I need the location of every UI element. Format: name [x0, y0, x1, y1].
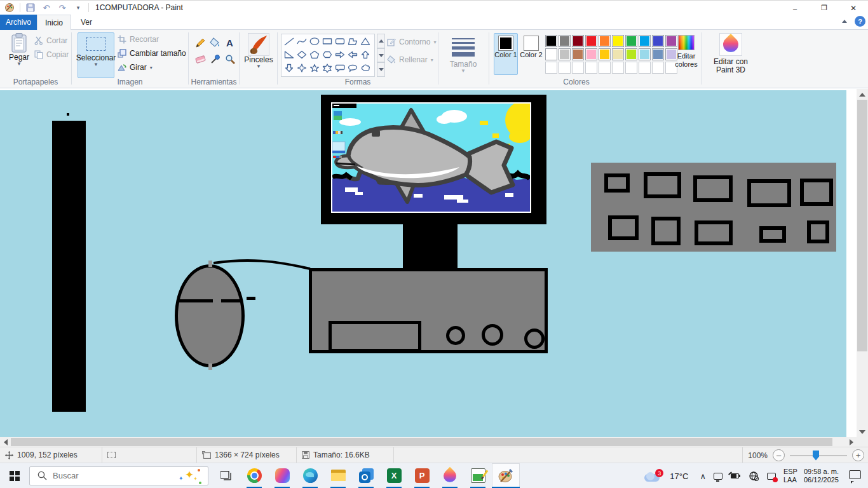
palette-empty-slot[interactable] — [572, 62, 584, 74]
zoom-in-button[interactable]: + — [852, 449, 864, 461]
shape-line[interactable] — [283, 35, 295, 48]
tab-ver[interactable]: Ver — [71, 15, 102, 30]
shape-star-5[interactable] — [308, 62, 321, 75]
shape-callout-cloud[interactable] — [359, 62, 372, 75]
shape-polygon[interactable] — [346, 35, 359, 48]
palette-empty-slot[interactable] — [612, 62, 624, 74]
shape-callout-rounded[interactable] — [334, 62, 346, 75]
shapes-scroll-up[interactable] — [377, 34, 385, 48]
scroll-left-arrow[interactable] — [0, 437, 11, 447]
shape-curve[interactable] — [295, 35, 308, 48]
palette-color-0-7[interactable] — [639, 35, 651, 47]
help-button[interactable]: ? — [855, 16, 865, 27]
taskbar-app-photo-editor[interactable] — [464, 463, 492, 488]
rotate-button[interactable]: Girar ▾ — [118, 60, 186, 74]
save-button[interactable] — [25, 2, 36, 13]
palette-color-1-1[interactable] — [559, 48, 571, 60]
taskbar-app-paint3d[interactable] — [436, 463, 464, 488]
brushes-button[interactable]: Pinceles ▼ — [243, 32, 274, 81]
edit-with-paint3d-button[interactable]: Editar con Paint 3D — [708, 32, 754, 81]
palette-color-1-5[interactable] — [612, 48, 624, 60]
tray-expand-chevron[interactable]: ∧ — [700, 471, 706, 481]
taskbar-app-outlook[interactable] — [352, 463, 380, 488]
notification-center-button[interactable] — [849, 470, 863, 482]
battery-icon[interactable] — [730, 470, 742, 482]
fill-tool[interactable] — [208, 35, 222, 50]
shape-hexagon[interactable] — [321, 48, 334, 62]
palette-color-0-1[interactable] — [559, 35, 571, 47]
vertical-scrollbar[interactable] — [857, 89, 868, 437]
palette-color-1-8[interactable] — [652, 48, 664, 60]
close-button[interactable]: ✕ — [839, 1, 868, 15]
temperature[interactable]: 17°C — [670, 471, 688, 481]
shape-star-4[interactable] — [295, 62, 308, 75]
maximize-button[interactable]: ❐ — [810, 1, 839, 15]
palette-color-0-0[interactable] — [545, 35, 557, 47]
tab-archivo[interactable]: Archivo — [0, 15, 37, 30]
search-input[interactable] — [53, 471, 154, 480]
cut-button[interactable]: Cortar — [34, 34, 69, 48]
edit-colors-button[interactable]: Editar colores — [672, 33, 700, 79]
palette-color-1-7[interactable] — [639, 48, 651, 60]
color2-button[interactable]: Color 2 — [519, 33, 543, 75]
shape-arrow-down[interactable] — [283, 62, 295, 75]
language-indicator[interactable]: ESP LAA — [783, 468, 797, 484]
text-tool[interactable]: A — [223, 35, 236, 50]
palette-empty-slot[interactable] — [559, 62, 571, 74]
horizontal-scrollbar[interactable] — [0, 437, 857, 447]
shape-star-6[interactable] — [321, 62, 334, 75]
palette-empty-slot[interactable] — [639, 62, 651, 74]
taskbar-app-copilot[interactable] — [268, 463, 296, 488]
palette-empty-slot[interactable] — [545, 62, 557, 74]
pencil-tool[interactable] — [194, 35, 207, 50]
magnifier-tool[interactable] — [223, 51, 236, 67]
color1-button[interactable]: Color 1 — [494, 33, 518, 75]
tab-inicio[interactable]: Inicio — [37, 15, 71, 30]
task-view-button[interactable] — [212, 463, 240, 488]
shape-callout-oval[interactable] — [346, 62, 359, 75]
vertical-scroll-thumb[interactable] — [857, 100, 867, 351]
scroll-down-arrow[interactable] — [857, 426, 868, 437]
undo-button[interactable]: ↶ — [41, 2, 52, 13]
palette-color-0-3[interactable] — [585, 35, 597, 47]
shape-oval[interactable] — [308, 35, 321, 48]
qat-customize-button[interactable]: ▾ — [72, 2, 84, 13]
horizontal-scroll-thumb[interactable] — [11, 438, 832, 446]
size-button[interactable]: Tamaño ▼ — [445, 32, 481, 81]
palette-color-0-5[interactable] — [612, 35, 624, 47]
shape-rectangle[interactable] — [321, 35, 334, 48]
palette-color-1-6[interactable] — [625, 48, 637, 60]
shape-diamond[interactable] — [295, 48, 308, 62]
drawing-canvas[interactable] — [0, 90, 846, 437]
scroll-up-arrow[interactable] — [857, 89, 868, 100]
shapes-scroll-down[interactable] — [377, 48, 385, 63]
palette-color-0-8[interactable] — [652, 35, 664, 47]
redo-button[interactable]: ↷ — [57, 2, 68, 13]
wireless-display-icon[interactable] — [712, 470, 724, 482]
clock[interactable]: 09:58 a. m. 06/12/2025 — [804, 468, 839, 484]
palette-empty-slot[interactable] — [652, 62, 664, 74]
palette-empty-slot[interactable] — [599, 62, 611, 74]
start-button[interactable] — [0, 463, 29, 488]
zoom-slider-thumb[interactable] — [813, 451, 819, 461]
shapes-more-button[interactable] — [377, 62, 385, 77]
taskbar-app-explorer[interactable] — [324, 463, 352, 488]
collapse-ribbon-icon[interactable] — [839, 17, 850, 27]
screen-sync-icon[interactable] — [766, 470, 777, 482]
shape-rounded-rectangle[interactable] — [334, 35, 346, 48]
zoom-out-button[interactable]: – — [773, 449, 785, 461]
outline-button[interactable]: Contorno ▾ — [387, 35, 436, 49]
taskbar-search[interactable]: ✦ ✦ ✦ — [29, 466, 208, 485]
taskbar-app-chrome[interactable] — [240, 463, 268, 488]
taskbar-app-powerpoint[interactable]: P — [408, 463, 436, 488]
shape-arrow-up[interactable] — [359, 48, 372, 62]
taskbar-app-paint[interactable] — [492, 463, 520, 488]
fill-shape-button[interactable]: Rellenar ▾ — [387, 53, 436, 67]
palette-color-0-6[interactable] — [625, 35, 637, 47]
minimize-button[interactable]: – — [780, 1, 810, 15]
shape-arrow-right[interactable] — [334, 48, 346, 62]
paste-button[interactable]: Pegar ▼ — [5, 32, 33, 78]
resize-button[interactable]: Cambiar tamaño — [118, 46, 186, 60]
select-tool-button[interactable]: Seleccionar ▼ — [78, 32, 114, 78]
eraser-tool[interactable] — [194, 51, 207, 67]
